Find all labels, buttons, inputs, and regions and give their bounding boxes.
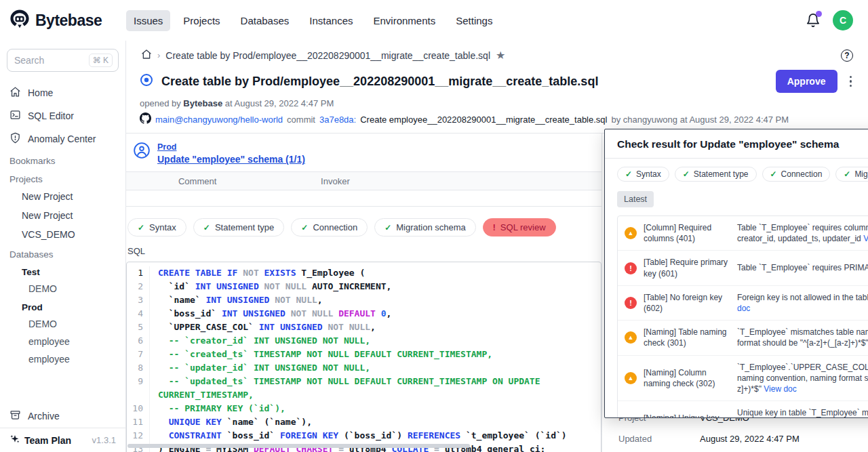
top-navbar: Bytebase IssuesProjectsDatabasesInstance… (0, 0, 868, 41)
check-result-row: ▲[Naming] Column naming check (302)`T_Em… (618, 356, 868, 402)
horizontal-scrollbar[interactable] (127, 444, 470, 448)
check-badge-syntax[interactable]: ✓Syntax (127, 218, 186, 237)
line-number: 1 (127, 266, 150, 280)
code-line: 9 -- `updated_ts` TIMESTAMP NOT NULL DEF… (127, 375, 601, 402)
user-avatar[interactable]: C (833, 10, 853, 30)
badge-label: Statement type (694, 169, 749, 179)
check-description: `T_Employee`.`UPPER_CASE_COL` mismatches… (737, 362, 868, 395)
error-icon: ! (625, 262, 637, 274)
check-badge-connection[interactable]: ✓Connection (291, 218, 368, 237)
check-result-row: ▲[Naming] Unique key naming check (304)U… (618, 401, 868, 418)
check-badge-statement-type[interactable]: ✓Statement type (193, 218, 285, 237)
issue-author: Bytebase (183, 98, 222, 108)
breadcrumb-home-icon[interactable] (141, 49, 152, 62)
stage-task-link[interactable]: Update "employee" schema (1/1) (157, 154, 305, 165)
check-badge-connection[interactable]: ✓Connection (762, 167, 831, 182)
check-badge-row: ✓Syntax✓Statement type✓Connection✓Migrat… (126, 207, 601, 237)
code-line: 3 `name` INT UNSIGNED NOT NULL, (127, 293, 601, 307)
anomaly-center-icon (9, 132, 21, 146)
breadcrumb-path[interactable]: Create table by Prod/employee__202208290… (165, 50, 490, 61)
check-icon: ✓ (625, 169, 632, 179)
code-text: UNIQUE KEY `name` (`name`), (158, 415, 587, 429)
warning-icon: ▲ (625, 227, 637, 239)
sql-code-viewer[interactable]: 1CREATE TABLE IF NOT EXISTS T_Employee (… (126, 262, 601, 452)
breadcrumb: › Create table by Prod/employee__2022082… (126, 41, 868, 68)
check-description: Table `T_Employee` requires columns: cre… (737, 222, 868, 244)
breadcrumb-chevron: › (157, 50, 160, 60)
app-version: v1.3.1 (92, 435, 116, 445)
stage-env-link[interactable]: Prod (157, 142, 305, 152)
task-run-table-body (126, 190, 601, 207)
line-number: 2 (127, 280, 150, 293)
view-doc-link[interactable]: View doc (737, 293, 868, 313)
code-line: 1CREATE TABLE IF NOT EXISTS T_Employee ( (127, 266, 601, 280)
sidebar-item-sql-editor[interactable]: SQL Editor (0, 104, 125, 127)
check-badge-sql-review[interactable]: !SQL review (483, 218, 556, 237)
badge-label: Syntax (636, 169, 661, 179)
bookmark-star-icon[interactable]: ★ (496, 49, 505, 62)
brand-name: Bytebase (35, 12, 102, 30)
warning-icon: ▲ (625, 417, 637, 418)
search-placeholder: Search (14, 55, 44, 66)
bytebase-logo[interactable]: Bytebase (9, 9, 126, 32)
notifications-bell-icon[interactable] (806, 13, 821, 28)
search-input[interactable]: Search ⌘ K (7, 49, 119, 72)
check-icon: ✓ (203, 223, 210, 232)
nav-item-instances[interactable]: Instances (302, 10, 360, 31)
check-category: [Naming] Unique key naming check (304) (644, 413, 737, 418)
commit-hash-link[interactable]: 3a7e8da: (319, 115, 356, 125)
issue-title: Create table by Prod/employee__202208290… (161, 75, 598, 89)
column-header-comment: Comment (126, 176, 269, 186)
help-icon[interactable]: ? (841, 49, 853, 62)
warning-icon: ▲ (625, 372, 637, 384)
nav-item-databases[interactable]: Databases (233, 10, 297, 31)
pipeline-pane: Prod Update "employee" schema (1/1) Comm… (126, 133, 601, 452)
plan-footer[interactable]: Team Plan v1.3.1 (0, 428, 125, 452)
check-badge-syntax[interactable]: ✓Syntax (617, 167, 669, 182)
check-result-row: ▲[Naming] Table naming check (301)`T_Emp… (618, 321, 868, 355)
commit-message: Create employee__202208290001__migrate__… (360, 115, 607, 125)
check-badge-statement-type[interactable]: ✓Statement type (675, 167, 757, 182)
meta-value: August 29, 2022 4:47 PM (700, 434, 800, 444)
sidebar-db-demo[interactable]: DEMO (0, 280, 125, 297)
latest-button[interactable]: Latest (617, 191, 654, 207)
sidebar-db-employee[interactable]: employee (0, 350, 125, 368)
approve-button[interactable]: Approve (776, 70, 837, 93)
stage-card[interactable]: Prod Update "employee" schema (1/1) (126, 133, 601, 172)
sidebar-project-new-project[interactable]: New Project (0, 187, 125, 206)
modal-title: Check result for Update "employee" schem… (617, 138, 839, 150)
check-category: [Column] Required columns (401) (644, 222, 737, 244)
view-doc-link[interactable]: View doc (863, 234, 868, 243)
line-number: 6 (127, 334, 150, 348)
sidebar-project-new-project[interactable]: New Project (0, 206, 125, 225)
check-badge-migration-schema[interactable]: ✓Migration schema (835, 167, 868, 182)
nav-item-issues[interactable]: Issues (126, 10, 170, 31)
nav-item-projects[interactable]: Projects (176, 10, 227, 31)
modal-badge-row: ✓Syntax✓Statement type✓Connection✓Migrat… (605, 159, 868, 182)
check-result-list: ▲[Column] Required columns (401)Table `T… (617, 215, 868, 418)
sidebar-db-demo[interactable]: DEMO (0, 315, 125, 333)
check-description: `T_Employee` mismatches table naming con… (737, 327, 868, 348)
check-badge-migration-schema[interactable]: ✓Migration schema (374, 218, 476, 237)
line-number: 10 (127, 402, 150, 415)
sidebar-db-employee[interactable]: employee (0, 333, 125, 350)
sidebar-item-archive[interactable]: Archive (0, 405, 125, 428)
search-shortcut: ⌘ K (89, 54, 113, 67)
check-description: Table `T_Employee` requires PRIMARY KEY … (737, 262, 868, 273)
column-header-invoker: Invoker (269, 176, 401, 186)
nav-item-environments[interactable]: Environments (366, 10, 443, 31)
check-icon: ✓ (384, 223, 391, 232)
check-icon: ✓ (844, 169, 850, 179)
nav-item-settings[interactable]: Settings (448, 10, 500, 31)
sidebar-project-vcs-demo[interactable]: VCS_DEMO (0, 225, 125, 244)
sidebar-item-label: Home (28, 87, 53, 98)
kebab-menu-icon[interactable] (848, 75, 854, 89)
github-icon (140, 112, 151, 126)
sidebar-item-anomaly-center[interactable]: Anomaly Center (0, 127, 125, 150)
view-doc-link[interactable]: View doc (764, 384, 796, 394)
vcs-branch-link[interactable]: main@changyuwong/hello-world (155, 115, 283, 125)
sidebar-item-home[interactable]: Home (0, 81, 125, 104)
badge-label: Statement type (215, 222, 274, 232)
main-content: › Create table by Prod/employee__2022082… (126, 41, 868, 452)
line-number: 12 (127, 429, 150, 443)
